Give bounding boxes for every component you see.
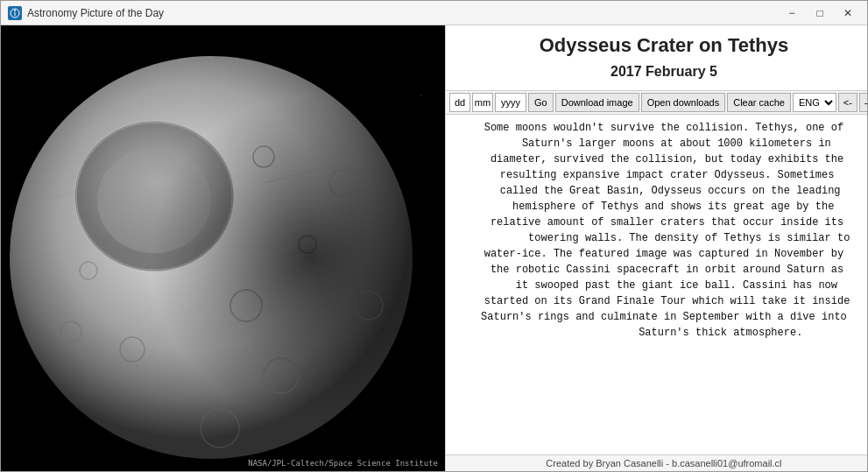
year-input[interactable] (495, 93, 526, 112)
next-button[interactable]: -> (859, 93, 867, 112)
language-select[interactable]: ENG ESP (793, 93, 836, 112)
window-controls: − □ ✕ (780, 4, 860, 22)
right-header: Odysseus Crater on Tethys 2017 February … (446, 25, 867, 90)
close-button[interactable]: ✕ (836, 4, 860, 22)
description-container[interactable]: Some moons wouldn't survive the collisio… (446, 115, 867, 454)
main-window: Astronomy Picture of the Day − □ ✕ (0, 0, 868, 472)
prev-button[interactable]: <- (838, 93, 857, 112)
description-text: Some moons wouldn't survive the collisio… (453, 120, 867, 341)
apod-title: Odysseus Crater on Tethys (460, 34, 867, 57)
image-panel: NASA/JPL-Caltech/Space Science Institute (1, 25, 445, 471)
svg-point-25 (10, 56, 413, 459)
app-icon (8, 6, 22, 20)
minimize-button[interactable]: − (780, 4, 804, 22)
apod-date: 2017 February 5 (460, 64, 867, 80)
window-title: Astronomy Picture of the Day (27, 7, 780, 19)
go-button[interactable]: Go (528, 93, 554, 112)
download-button[interactable]: Download image (555, 93, 639, 112)
astronomy-image (1, 25, 445, 471)
right-panel: Odysseus Crater on Tethys 2017 February … (445, 25, 867, 471)
maximize-button[interactable]: □ (808, 4, 832, 22)
status-bar: Created by Bryan Casanelli - b.casanelli… (446, 454, 867, 471)
content-area: NASA/JPL-Caltech/Space Science Institute… (1, 25, 867, 471)
title-bar: Astronomy Picture of the Day − □ ✕ (1, 1, 867, 25)
svg-point-1 (14, 10, 16, 11)
open-downloads-button[interactable]: Open downloads (641, 93, 726, 112)
status-text: Created by Bryan Casanelli - b.casanelli… (546, 458, 781, 468)
toolbar: Go Download image Open downloads Clear c… (446, 90, 867, 115)
day-input[interactable] (449, 93, 470, 112)
image-caption: NASA/JPL-Caltech/Space Science Institute (248, 459, 438, 468)
clear-cache-button[interactable]: Clear cache (727, 93, 791, 112)
month-input[interactable] (472, 93, 493, 112)
svg-point-5 (421, 95, 422, 96)
